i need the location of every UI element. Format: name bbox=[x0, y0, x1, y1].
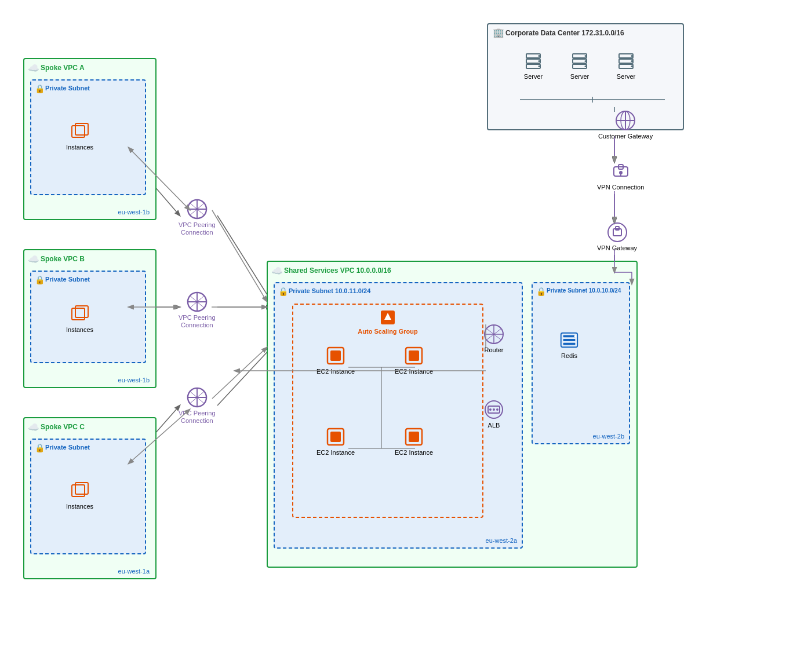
svg-point-24 bbox=[585, 60, 587, 62]
vpn-gateway-label: VPN Gateway bbox=[597, 244, 637, 252]
dc-icon: 🏢 bbox=[493, 27, 504, 38]
svg-point-87 bbox=[493, 408, 495, 411]
svg-rect-90 bbox=[563, 335, 576, 337]
shared-subnet-b-icon: 🔒 bbox=[536, 287, 546, 296]
shared-subnet-a-icon: 🔒 bbox=[278, 287, 288, 296]
router-icon bbox=[483, 324, 504, 345]
svg-point-88 bbox=[496, 408, 498, 411]
svg-point-40 bbox=[619, 171, 623, 174]
private-subnet-a-label: Private Subnet bbox=[45, 85, 90, 92]
spoke-vpc-a-region: eu-west-1b bbox=[118, 209, 150, 216]
spoke-vpc-a: ☁️ Spoke VPC A 🔒 Private Subnet Instance… bbox=[23, 58, 157, 220]
vpc-peering-3-icon bbox=[187, 387, 208, 408]
shared-vpc-icon: ☁️ bbox=[271, 265, 283, 276]
svg-point-86 bbox=[489, 408, 492, 411]
vpn-connection-icon bbox=[610, 161, 631, 182]
shared-vpc-label: Shared Services VPC 10.0.0.0/16 bbox=[284, 266, 391, 275]
spoke-vpc-b-label: Spoke VPC B bbox=[41, 255, 85, 263]
shared-services-vpc: ☁️ Shared Services VPC 10.0.0.0/16 🔒 Pri… bbox=[267, 261, 638, 568]
svg-point-23 bbox=[585, 55, 587, 57]
private-subnet-a-icon: 🔒 bbox=[35, 84, 45, 93]
svg-rect-91 bbox=[563, 339, 576, 341]
spoke-vpc-c-region: eu-west-1a bbox=[118, 568, 150, 575]
router-label: Router bbox=[484, 346, 503, 354]
shared-subnet-b-region: eu-west-2b bbox=[593, 433, 624, 440]
redis-label: Redis bbox=[561, 352, 577, 360]
svg-rect-92 bbox=[563, 343, 576, 345]
diagram-container: Corporate Data Center 172.31.0.0/16 🏢 Se… bbox=[0, 0, 786, 672]
server-1: Server bbox=[523, 50, 544, 81]
shared-subnet-b-label: Private Subnet 10.0.10.0/24 bbox=[547, 287, 621, 294]
svg-rect-21 bbox=[573, 59, 587, 63]
instances-a-label: Instances bbox=[66, 144, 93, 151]
vpn-connection: VPN Connection bbox=[597, 161, 644, 191]
server-1-label: Server bbox=[524, 73, 543, 81]
svg-point-17 bbox=[538, 55, 540, 57]
svg-point-18 bbox=[538, 60, 540, 62]
spoke-vpc-a-icon: ☁️ bbox=[28, 63, 39, 74]
spoke-vpc-b-icon: ☁️ bbox=[28, 254, 39, 265]
router: Router bbox=[483, 324, 504, 354]
shared-subnet-a-label: Private Subnet 10.0.11.0/24 bbox=[289, 287, 370, 294]
instances-c-icon bbox=[70, 480, 90, 501]
svg-rect-22 bbox=[573, 64, 587, 68]
svg-rect-14 bbox=[526, 54, 540, 58]
spoke-vpc-c: ☁️ Spoke VPC C 🔒 Private Subnet Instance… bbox=[23, 417, 157, 579]
vpc-peering-1: VPC PeeringConnection bbox=[179, 199, 216, 236]
instances-c-label: Instances bbox=[66, 503, 93, 510]
server-2-icon bbox=[569, 50, 590, 71]
spoke-vpc-c-icon: ☁️ bbox=[28, 422, 39, 433]
svg-point-29 bbox=[631, 55, 633, 57]
spoke-vpc-b-private-subnet: 🔒 Private Subnet Instances bbox=[30, 271, 146, 363]
private-subnet-b-icon: 🔒 bbox=[35, 275, 45, 284]
redis: Redis bbox=[559, 330, 580, 360]
spoke-vpc-b: ☁️ Spoke VPC B 🔒 Private Subnet Instance… bbox=[23, 249, 157, 388]
instances-b-icon bbox=[70, 304, 90, 324]
vpc-peering-2-icon bbox=[187, 291, 208, 312]
private-subnet-b-label: Private Subnet bbox=[45, 276, 90, 283]
server-3-icon bbox=[616, 50, 636, 71]
shared-private-subnet-a: 🔒 Private Subnet 10.0.11.0/24 eu-west-2a… bbox=[274, 282, 523, 549]
corporate-dc-box: Corporate Data Center 172.31.0.0/16 🏢 Se… bbox=[487, 23, 684, 130]
svg-point-25 bbox=[585, 65, 587, 67]
svg-line-7 bbox=[217, 348, 271, 406]
vpn-gateway-icon bbox=[607, 222, 628, 243]
svg-point-31 bbox=[631, 65, 633, 67]
svg-point-30 bbox=[631, 60, 633, 62]
redis-icon bbox=[559, 330, 580, 350]
svg-point-42 bbox=[608, 223, 627, 242]
alb: ALB bbox=[483, 399, 504, 429]
vpn-connection-label: VPN Connection bbox=[597, 184, 644, 191]
alb-icon bbox=[483, 399, 504, 420]
private-subnet-c-label: Private Subnet bbox=[45, 444, 90, 451]
shared-private-subnet-b: 🔒 Private Subnet 10.0.10.0/24 eu-west-2b… bbox=[532, 282, 630, 444]
alb-label: ALB bbox=[488, 422, 500, 429]
server-1-icon bbox=[523, 50, 544, 71]
instances-b-label: Instances bbox=[66, 326, 93, 334]
spoke-vpc-a-private-subnet: 🔒 Private Subnet Instances bbox=[30, 79, 146, 195]
spoke-vpc-c-label: Spoke VPC C bbox=[41, 423, 85, 431]
instances-c: Instances bbox=[66, 480, 93, 510]
private-subnet-c-icon: 🔒 bbox=[35, 443, 45, 452]
corporate-dc-label: Corporate Data Center 172.31.0.0/16 bbox=[505, 29, 624, 37]
server-2: Server bbox=[569, 50, 590, 81]
svg-rect-26 bbox=[619, 54, 633, 58]
svg-point-19 bbox=[538, 65, 540, 67]
svg-line-3 bbox=[217, 216, 271, 301]
spoke-vpc-c-private-subnet: 🔒 Private Subnet Instances bbox=[30, 439, 146, 554]
vpc-peering-1-label: VPC PeeringConnection bbox=[179, 221, 216, 236]
server-3-label: Server bbox=[617, 73, 635, 81]
svg-point-93 bbox=[574, 335, 577, 337]
customer-gateway: Customer Gateway bbox=[598, 110, 653, 140]
asg-box: Auto Scaling Group EC2 Instance bbox=[292, 304, 483, 518]
svg-rect-16 bbox=[526, 64, 540, 68]
instances-a: Instances bbox=[66, 121, 93, 151]
spoke-vpc-b-region: eu-west-1b bbox=[118, 377, 150, 384]
svg-rect-15 bbox=[526, 59, 540, 63]
svg-rect-28 bbox=[619, 64, 633, 68]
vpc-peering-3-label: VPC PeeringConnection bbox=[179, 410, 216, 425]
vpc-peering-3: VPC PeeringConnection bbox=[179, 387, 216, 425]
svg-line-107 bbox=[212, 348, 267, 399]
vpc-peering-2-label: VPC PeeringConnection bbox=[179, 314, 216, 329]
vpc-peering-2: VPC PeeringConnection bbox=[179, 291, 216, 329]
